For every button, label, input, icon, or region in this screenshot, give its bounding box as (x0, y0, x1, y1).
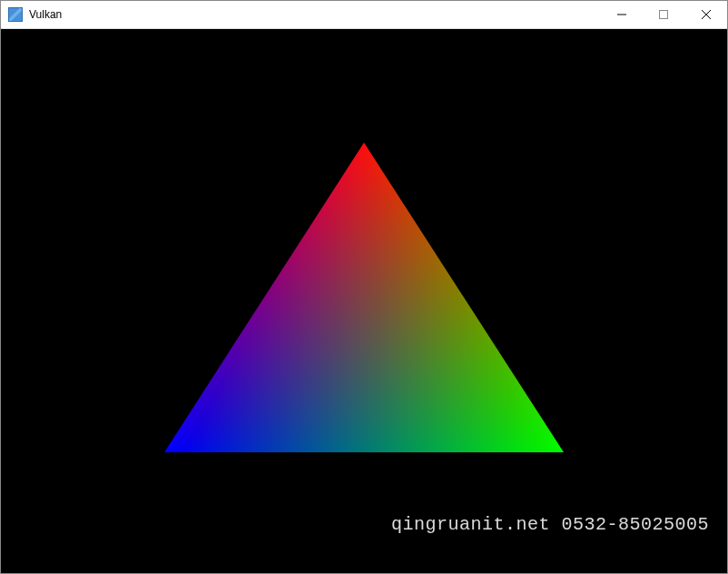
application-window: Vulkan (0, 0, 728, 574)
close-icon (702, 10, 711, 19)
titlebar[interactable]: Vulkan (1, 1, 727, 29)
render-surface: qingruanit.net 0532-85025005 (1, 29, 727, 573)
window-title: Vulkan (29, 8, 62, 21)
maximize-button[interactable] (643, 1, 684, 28)
vulkan-triangle (1, 29, 727, 573)
close-button[interactable] (684, 1, 727, 28)
watermark-text: qingruanit.net 0532-85025005 (391, 514, 709, 535)
svg-marker-7 (164, 143, 564, 452)
minimize-icon (617, 10, 626, 19)
maximize-icon (659, 10, 668, 19)
triangle-render (1, 29, 727, 573)
svg-rect-1 (660, 11, 668, 19)
minimize-button[interactable] (601, 1, 643, 28)
app-icon (8, 7, 23, 22)
window-controls (601, 1, 727, 28)
